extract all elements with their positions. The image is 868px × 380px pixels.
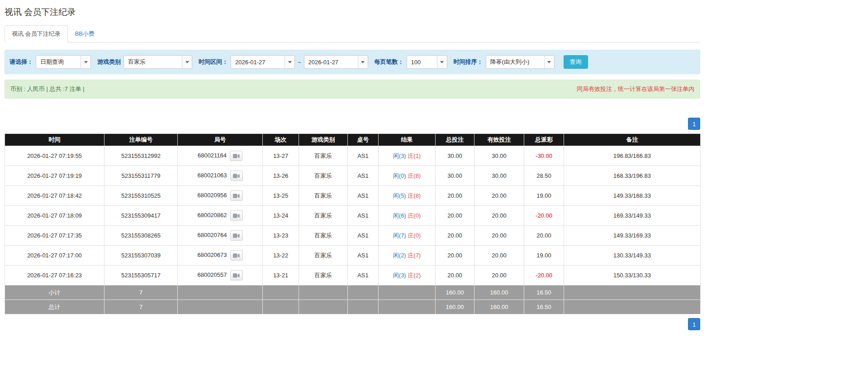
cell-total-bet[interactable]: 20.00: [436, 226, 474, 246]
video-replay-icon[interactable]: [230, 250, 243, 261]
chevron-down-icon[interactable]: [358, 56, 368, 68]
total-count: 7: [104, 300, 178, 314]
cell-total-bet[interactable]: 30.00: [436, 166, 474, 186]
video-replay-icon[interactable]: [230, 151, 242, 161]
cell-table-no: AS1: [348, 246, 379, 266]
cell-result: 闲(3) 庄(1): [379, 146, 436, 166]
column-header-session: 场次: [263, 134, 299, 146]
round-number: 680021063: [197, 172, 227, 179]
cell-total-bet[interactable]: 20.00: [436, 186, 474, 206]
subtotal-valid-bet: 160.00: [474, 285, 524, 300]
cell-bet-id: 523155305717: [104, 266, 178, 285]
chevron-down-icon[interactable]: [182, 56, 192, 68]
subtotal-payout: 16.50: [524, 285, 564, 300]
cell-table-no: AS1: [348, 186, 379, 206]
date-to-select[interactable]: 2026-01-27: [304, 55, 368, 69]
cell-bet-id: 523155308265: [104, 226, 178, 246]
search-button[interactable]: 查询: [564, 55, 588, 69]
table-row: 2026-01-27 07:19:55 523155312992 6800211…: [5, 146, 701, 166]
date-from-value: 2026-01-27: [231, 56, 285, 68]
chevron-down-icon[interactable]: [285, 56, 294, 68]
result-player: 闲(3): [393, 272, 406, 279]
result-player: 闲(6): [393, 212, 406, 219]
table-header-row: 时间 注单编号 局号 场次 游戏类别 桌号 结果 总投注 有效投注 总派彩 备注: [5, 134, 701, 146]
chevron-down-icon[interactable]: [437, 56, 447, 68]
cell-valid-bet: 20.00: [474, 206, 524, 226]
cell-game-type: 百家乐: [299, 226, 348, 246]
total-total-bet: 160.00: [436, 300, 474, 314]
column-header-result: 结果: [379, 134, 436, 146]
filter-group-query-type: 请选择： 日期查询: [9, 55, 91, 69]
video-replay-icon[interactable]: [230, 230, 243, 241]
game-type-label: 游戏类别: [97, 58, 121, 66]
video-replay-icon[interactable]: [230, 190, 243, 201]
cell-table-no: AS1: [348, 206, 379, 226]
result-banker: 庄(8): [408, 192, 421, 199]
cell-game-type: 百家乐: [299, 186, 348, 206]
sort-select[interactable]: 降幂(由大到小): [486, 55, 555, 69]
round-number: 680020557: [197, 271, 227, 278]
page-size-value: 100: [407, 56, 437, 68]
cell-payout: -30.00: [524, 146, 564, 166]
page-size-select[interactable]: 100: [407, 55, 447, 69]
cell-payout: -20.00: [524, 206, 564, 226]
summary-bar: 币别 : 人民币 | 总共 :7 注单 | 同局有效投注，统一计算在该局第一张注…: [5, 80, 700, 99]
game-type-select[interactable]: 百家乐: [123, 55, 192, 69]
tab-bb-tips[interactable]: BB小费: [68, 25, 102, 43]
cell-round: 680020673: [178, 246, 263, 266]
tab-bar: 视讯 会员下注纪录 BB小费: [5, 25, 700, 43]
tab-records[interactable]: 视讯 会员下注纪录: [5, 25, 68, 43]
cell-remark: 169.33/149.33: [564, 206, 701, 226]
cell-time: 2026-01-27 07:16:23: [5, 266, 104, 285]
chevron-down-icon[interactable]: [81, 56, 90, 68]
filter-group-game-type: 游戏类别 百家乐: [97, 55, 192, 69]
video-replay-icon[interactable]: [230, 270, 243, 280]
valid-bet-note: 同局有效投注，统一计算在该局第一张注单内: [577, 85, 694, 93]
cell-remark: 130.33/149.33: [564, 246, 701, 266]
result-banker: 庄(1): [408, 152, 421, 159]
total-label: 总计: [5, 300, 104, 314]
cell-round: 680021063: [178, 166, 263, 186]
cell-valid-bet: 20.00: [474, 186, 524, 206]
cell-result: 闲(6) 庄(0): [379, 206, 436, 226]
query-type-value: 日期查询: [36, 56, 81, 68]
cell-time: 2026-01-27 07:18:09: [5, 206, 104, 226]
date-from-select[interactable]: 2026-01-27: [231, 55, 295, 69]
cell-result: 闲(5) 庄(8): [379, 186, 436, 206]
cell-game-type: 百家乐: [299, 206, 348, 226]
round-number: 680020956: [197, 192, 227, 199]
filter-group-page-size: 每页笔数： 100: [375, 55, 447, 69]
total-valid-bet: 160.00: [474, 300, 524, 314]
cell-table-no: AS1: [348, 146, 379, 166]
cell-total-bet[interactable]: 20.00: [436, 266, 474, 285]
total-payout: 16.50: [524, 300, 564, 314]
cell-bet-id: 523155311779: [104, 166, 178, 186]
page-size-label: 每页笔数：: [375, 58, 404, 66]
page-title: 视讯 会员下注纪录: [5, 6, 700, 18]
chevron-down-icon[interactable]: [544, 56, 554, 68]
cell-total-bet[interactable]: 30.00: [436, 146, 474, 166]
query-type-select[interactable]: 日期查询: [36, 55, 91, 69]
cell-valid-bet: 20.00: [474, 266, 524, 285]
page-container: 视讯 会员下注纪录 视讯 会员下注纪录 BB小费 请选择： 日期查询 游戏类别 …: [5, 0, 700, 330]
cell-session: 13-23: [263, 226, 299, 246]
cell-time: 2026-01-27 07:19:19: [5, 166, 104, 186]
date-to-value: 2026-01-27: [304, 56, 358, 68]
cell-total-bet[interactable]: 20.00: [436, 206, 474, 226]
cell-time: 2026-01-27 07:17:00: [5, 246, 104, 266]
result-player: 闲(5): [393, 192, 406, 199]
cell-result: 闲(0) 庄(8): [379, 166, 436, 186]
cell-round: 680020557: [178, 266, 263, 285]
video-replay-icon[interactable]: [230, 171, 243, 181]
column-header-remark: 备注: [564, 134, 701, 146]
video-replay-icon[interactable]: [230, 210, 243, 221]
page-button-1[interactable]: 1: [688, 318, 700, 330]
subtotal-row: 小计 7 160.00 160.00 16.50: [5, 285, 701, 300]
result-player: 闲(2): [393, 252, 406, 259]
table-row: 2026-01-27 07:19:19 523155311779 6800210…: [5, 166, 701, 186]
cell-remark: 168.33/196.83: [564, 166, 701, 186]
cell-total-bet[interactable]: 20.00: [436, 246, 474, 266]
cell-bet-id: 523155307039: [104, 246, 178, 266]
page-button-1[interactable]: 1: [688, 118, 700, 130]
cell-payout: 19.00: [524, 246, 564, 266]
